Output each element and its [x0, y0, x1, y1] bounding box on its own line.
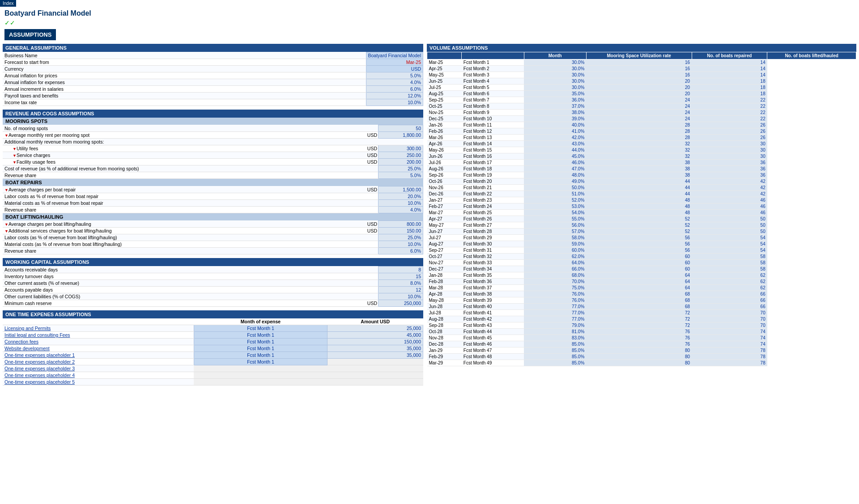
vol-repaired-29[interactable]: 56 — [586, 241, 692, 247]
vol-lifted-37[interactable]: 66 — [692, 291, 767, 297]
vol-repaired-26[interactable]: 52 — [586, 222, 692, 229]
ote-month-4[interactable]: Fcst Month 1 — [194, 352, 327, 359]
vol-lifted-17[interactable]: 36 — [692, 166, 767, 172]
boat-repair-val-3[interactable]: 4.0% — [378, 207, 423, 213]
vol-repaired-44[interactable]: 76 — [586, 335, 692, 341]
vol-repaired-10[interactable]: 28 — [586, 122, 692, 128]
vol-lifted-38[interactable]: 66 — [692, 297, 767, 304]
vol-repaired-8[interactable]: 24 — [586, 110, 692, 116]
vol-util-31[interactable]: 62.0% — [524, 254, 586, 260]
boat-lift-val-3[interactable]: 10.0% — [378, 241, 423, 248]
mooring-val-6[interactable]: 25.0% — [378, 165, 423, 172]
vol-repaired-48[interactable]: 80 — [586, 360, 692, 366]
vol-repaired-43[interactable]: 76 — [586, 329, 692, 335]
ote-month-3[interactable]: Fcst Month 1 — [194, 345, 327, 352]
vol-util-38[interactable]: 76.0% — [524, 297, 586, 304]
vol-util-22[interactable]: 52.0% — [524, 197, 586, 203]
ote-amount-7[interactable] — [327, 372, 423, 379]
wc-val-2[interactable]: 8.0% — [378, 280, 423, 287]
vol-util-10[interactable]: 40.0% — [524, 122, 586, 128]
vol-lifted-26[interactable]: 50 — [692, 222, 767, 229]
vol-lifted-30[interactable]: 54 — [692, 247, 767, 254]
wc-val-4[interactable]: 10.0% — [378, 293, 423, 300]
vol-util-30[interactable]: 60.0% — [524, 247, 586, 254]
vol-lifted-27[interactable]: 50 — [692, 229, 767, 235]
vol-util-12[interactable]: 42.0% — [524, 135, 586, 141]
vol-lifted-21[interactable]: 42 — [692, 191, 767, 197]
ote-month-5[interactable]: Fcst Month 1 — [194, 359, 327, 365]
vol-util-26[interactable]: 56.0% — [524, 222, 586, 229]
vol-repaired-35[interactable]: 64 — [586, 279, 692, 285]
vol-lifted-46[interactable]: 78 — [692, 347, 767, 354]
ote-amount-4[interactable]: 35,000 — [327, 352, 423, 359]
boat-repair-val-0[interactable]: 1,500.00 — [378, 186, 423, 193]
vol-util-14[interactable]: 44.0% — [524, 147, 586, 153]
vol-repaired-17[interactable]: 38 — [586, 166, 692, 172]
ote-amount-2[interactable]: 150,000 — [327, 339, 423, 345]
vol-lifted-32[interactable]: 58 — [692, 260, 767, 266]
mooring-val-7[interactable]: 5.0% — [378, 172, 423, 179]
vol-util-21[interactable]: 51.0% — [524, 191, 586, 197]
vol-repaired-27[interactable]: 52 — [586, 229, 692, 235]
vol-repaired-11[interactable]: 28 — [586, 128, 692, 135]
ote-month-0[interactable]: Fcst Month 1 — [194, 325, 327, 332]
vol-util-24[interactable]: 54.0% — [524, 210, 586, 216]
vol-util-37[interactable]: 76.0% — [524, 291, 586, 297]
vol-repaired-33[interactable]: 60 — [586, 266, 692, 272]
mooring-val-5[interactable]: 200.00 — [378, 159, 423, 165]
vol-lifted-43[interactable]: 74 — [692, 329, 767, 335]
vol-util-27[interactable]: 57.0% — [524, 229, 586, 235]
vol-lifted-28[interactable]: 54 — [692, 235, 767, 241]
vol-repaired-21[interactable]: 44 — [586, 191, 692, 197]
index-button[interactable]: Index — [0, 0, 16, 7]
vol-repaired-46[interactable]: 80 — [586, 347, 692, 354]
vol-repaired-40[interactable]: 72 — [586, 310, 692, 316]
vol-lifted-2[interactable]: 14 — [692, 72, 767, 78]
gen-value-7[interactable]: 10.0% — [366, 99, 423, 106]
mooring-val-1[interactable]: 1,800.00 — [378, 132, 423, 139]
ote-month-8[interactable] — [194, 379, 327, 385]
vol-util-45[interactable]: 85.0% — [524, 341, 586, 347]
ote-label-2[interactable]: Connection fees — [3, 339, 194, 345]
vol-util-29[interactable]: 59.0% — [524, 241, 586, 247]
vol-repaired-47[interactable]: 80 — [586, 354, 692, 360]
vol-util-17[interactable]: 47.0% — [524, 166, 586, 172]
vol-util-13[interactable]: 43.0% — [524, 141, 586, 147]
ote-amount-0[interactable]: 25,000 — [327, 325, 423, 332]
vol-util-42[interactable]: 79.0% — [524, 322, 586, 329]
ote-label-1[interactable]: Initial legal and consulting Fees — [3, 332, 194, 339]
vol-lifted-3[interactable]: 18 — [692, 78, 767, 85]
ote-label-3[interactable]: Website development — [3, 345, 194, 352]
ote-amount-5[interactable] — [327, 359, 423, 365]
vol-lifted-5[interactable]: 18 — [692, 91, 767, 97]
vol-repaired-31[interactable]: 60 — [586, 254, 692, 260]
gen-value-5[interactable]: 6.0% — [366, 86, 423, 93]
vol-util-28[interactable]: 58.0% — [524, 235, 586, 241]
vol-lifted-22[interactable]: 46 — [692, 197, 767, 203]
vol-util-15[interactable]: 45.0% — [524, 153, 586, 160]
vol-repaired-1[interactable]: 16 — [586, 66, 692, 72]
vol-lifted-16[interactable]: 36 — [692, 160, 767, 166]
vol-lifted-34[interactable]: 62 — [692, 272, 767, 279]
gen-value-0[interactable]: Boatyard Financial Model — [366, 52, 423, 59]
vol-lifted-9[interactable]: 22 — [692, 116, 767, 122]
vol-repaired-14[interactable]: 32 — [586, 147, 692, 153]
vol-util-46[interactable]: 85.0% — [524, 347, 586, 354]
vol-lifted-29[interactable]: 54 — [692, 241, 767, 247]
vol-repaired-30[interactable]: 56 — [586, 247, 692, 254]
boat-lift-val-2[interactable]: 25.0% — [378, 234, 423, 241]
ote-label-0[interactable]: Licensing and Permits — [3, 325, 194, 332]
gen-value-1[interactable]: Mar-25 — [366, 59, 423, 66]
ote-amount-6[interactable] — [327, 365, 423, 372]
vol-repaired-25[interactable]: 52 — [586, 216, 692, 222]
vol-util-40[interactable]: 77.0% — [524, 310, 586, 316]
vol-util-33[interactable]: 66.0% — [524, 266, 586, 272]
vol-lifted-8[interactable]: 22 — [692, 110, 767, 116]
ote-month-1[interactable]: Fcst Month 1 — [194, 332, 327, 339]
vol-util-32[interactable]: 64.0% — [524, 260, 586, 266]
vol-repaired-23[interactable]: 48 — [586, 203, 692, 210]
vol-lifted-45[interactable]: 74 — [692, 341, 767, 347]
vol-util-47[interactable]: 85.0% — [524, 354, 586, 360]
vol-lifted-23[interactable]: 46 — [692, 203, 767, 210]
top-bar[interactable]: Index — [0, 0, 859, 7]
